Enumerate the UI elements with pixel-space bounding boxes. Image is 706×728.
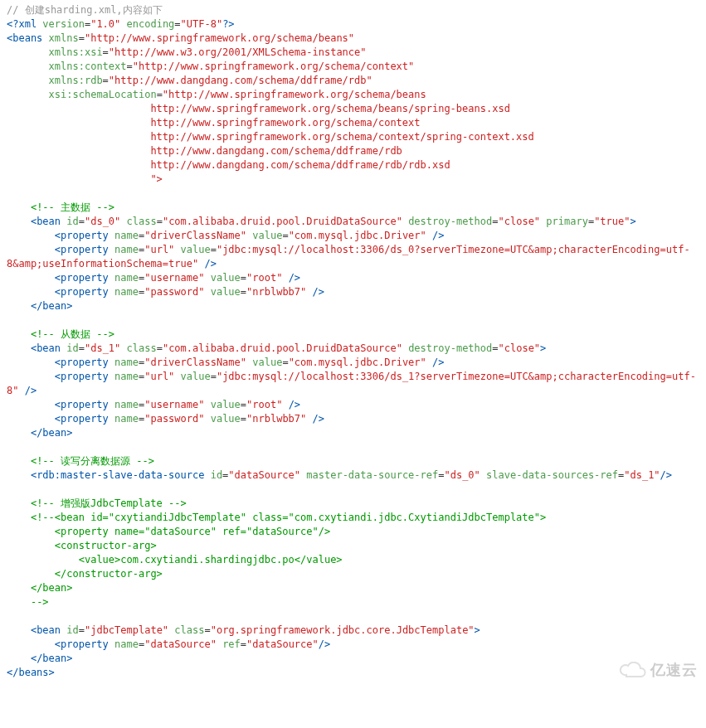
rdb-ms-ds: <rdb:master-slave-data-source bbox=[31, 469, 205, 481]
file-comment: // 创建sharding.xml,内容如下 bbox=[7, 4, 163, 16]
beans-open: <beans bbox=[7, 32, 42, 44]
bean-jdbctemplate: <bean bbox=[31, 624, 61, 636]
watermark-text: 亿速云 bbox=[650, 663, 698, 677]
code-block: // 创建sharding.xml,内容如下 <?xml version="1.… bbox=[7, 3, 699, 680]
bean-ds0: <bean bbox=[31, 216, 61, 227]
xml-decl-open: <?xml bbox=[7, 18, 37, 30]
comment-slave: <!-- 从数据 --> bbox=[31, 328, 114, 340]
watermark: 亿速云 bbox=[619, 662, 698, 678]
comment-rw: <!-- 读写分离数据源 --> bbox=[31, 455, 154, 467]
cloud-icon bbox=[619, 662, 647, 678]
commented-bean: <!--<bean id="cxytiandiJdbcTemplate" cla… bbox=[7, 512, 546, 608]
beans-close: </beans> bbox=[7, 667, 55, 678]
comment-master: <!-- 主数据 --> bbox=[31, 201, 114, 213]
bean-ds1: <bean bbox=[31, 342, 61, 354]
comment-enhanced: <!-- 增强版JdbcTemplate --> bbox=[31, 497, 187, 509]
